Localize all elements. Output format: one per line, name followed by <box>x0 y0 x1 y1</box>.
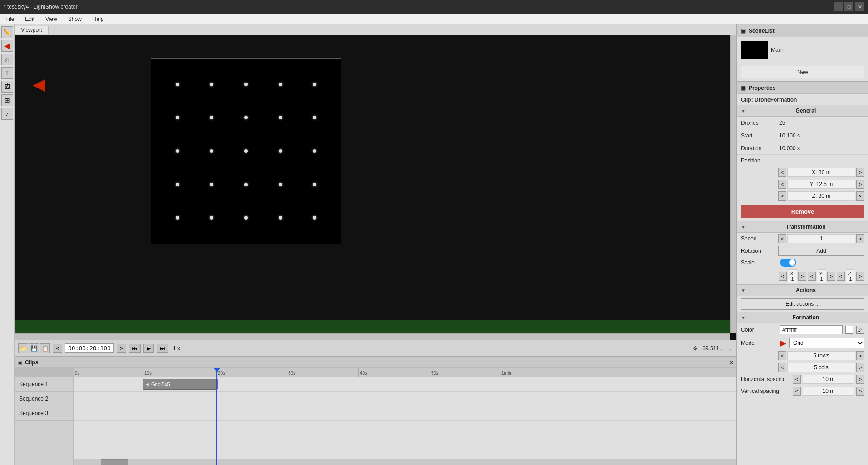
next-frame-button[interactable]: ⏭ <box>157 344 168 353</box>
file-buttons: 📁 💾 📋 <box>18 343 50 353</box>
speed-right-button[interactable]: > <box>856 234 864 243</box>
image-tool-button[interactable]: 🖼 <box>1 81 13 93</box>
drones-row: Drones 25 <box>737 117 868 129</box>
viewport-scrollbar-vertical[interactable] <box>730 35 736 333</box>
new-scene-button[interactable]: New <box>741 66 864 78</box>
scale-z-right-button[interactable]: > <box>856 272 864 281</box>
mode-select[interactable]: Grid Circle Line <box>789 338 864 348</box>
ground-plane <box>15 320 736 333</box>
scene-thumbnail[interactable] <box>741 41 768 59</box>
timeline-rows: ⊞ Grid 5x5 <box>74 377 736 421</box>
transformation-collapse-icon: ▼ <box>741 225 745 230</box>
maximize-button[interactable]: □ <box>844 2 853 11</box>
clips-close-icon[interactable]: ✕ <box>729 359 734 366</box>
h-spacing-right-button[interactable]: > <box>856 375 864 384</box>
start-label: Start <box>741 132 777 139</box>
prev-frame-button[interactable]: ⏮ <box>129 344 141 353</box>
rows-left-button[interactable]: < <box>778 351 786 360</box>
pos-y-left-button[interactable]: < <box>778 180 786 189</box>
drone-dot <box>244 183 248 186</box>
timeline-scrollbar-thumb[interactable] <box>101 459 128 465</box>
speed-left-button[interactable]: < <box>778 234 786 243</box>
ruler-mark-50s: 50s <box>430 368 438 377</box>
h-spacing-left-button[interactable]: < <box>793 375 801 384</box>
color-swatch[interactable] <box>845 326 853 334</box>
rotation-add-button[interactable]: Add <box>778 246 864 256</box>
color-label: Color <box>741 327 777 333</box>
drone-dot <box>210 116 213 119</box>
pos-z-left-button[interactable]: < <box>778 191 786 201</box>
clips-panel: ▣ Clips ✕ Sequence 1 Sequence 2 Sequence… <box>15 356 736 465</box>
menu-help[interactable]: Help <box>89 15 108 23</box>
color-dropper-button[interactable]: 🖊 <box>856 326 864 334</box>
v-spacing-right-button[interactable]: > <box>856 387 864 396</box>
menu-view[interactable]: View <box>42 15 61 23</box>
scale-z-left-button[interactable]: < <box>837 272 845 281</box>
grid-tool-button[interactable]: ⊞ <box>1 94 13 106</box>
timeline-scrollbar[interactable] <box>74 459 736 465</box>
cols-left-button[interactable]: < <box>778 363 786 372</box>
rows-right-button[interactable]: > <box>856 351 864 360</box>
timeline-area[interactable]: 0s 10s 20s 30s 40s 50s 1min <box>74 368 736 465</box>
color-value[interactable]: #ffffffff <box>780 325 843 334</box>
edit-actions-button[interactable]: Edit actions ... <box>741 298 864 310</box>
speed-value: 1 <box>787 234 855 243</box>
copy-button[interactable]: 📋 <box>40 343 50 353</box>
clip-block-grid5x5[interactable]: ⊞ Grid 5x5 <box>143 379 218 390</box>
panel-collapse-icon[interactable]: ▣ <box>17 359 22 366</box>
drone-dot <box>210 216 213 220</box>
scale-x-value: X: 1 <box>788 269 797 283</box>
drone-dot <box>313 216 316 220</box>
viewport-scrollbar-horizontal[interactable] <box>15 333 730 340</box>
open-file-button[interactable]: 📁 <box>18 343 28 353</box>
scale-row: Scale <box>737 257 868 268</box>
transformation-section-header[interactable]: ▼ Transformation <box>737 221 868 233</box>
mode-arrow-icon: ▶ <box>780 338 786 348</box>
menu-edit[interactable]: Edit <box>21 15 38 23</box>
scene-list-title: SceneList <box>749 28 775 34</box>
center-area: Viewport ▶ <box>15 24 736 465</box>
drone-dot <box>279 183 282 186</box>
viewport-tab-bar: Viewport <box>15 24 736 35</box>
formation-section-header[interactable]: ▼ Formation <box>737 312 868 323</box>
scale-toggle[interactable] <box>780 259 796 267</box>
pos-y-right-button[interactable]: > <box>856 180 864 189</box>
text-tool-button[interactable]: T <box>1 67 13 79</box>
menu-show[interactable]: Show <box>64 15 85 23</box>
mode-row: Mode ▶ Grid Circle Line <box>737 336 868 350</box>
pos-x-left-button[interactable]: < <box>778 168 786 177</box>
close-button[interactable]: ✕ <box>855 2 864 11</box>
pos-z-right-button[interactable]: > <box>856 191 864 201</box>
general-collapse-icon: ▼ <box>741 108 745 113</box>
nav-left-button[interactable]: < <box>53 344 62 353</box>
viewport-tab[interactable]: Viewport <box>15 26 49 34</box>
duration-label: Duration <box>741 145 777 152</box>
cols-right-button[interactable]: > <box>856 363 864 372</box>
play-button[interactable]: ▶ <box>143 344 154 353</box>
scale-y-right-button[interactable]: > <box>827 272 835 281</box>
cursor-tool-button[interactable]: ◀ <box>1 40 13 52</box>
actions-section-header[interactable]: ▼ Actions <box>737 284 868 296</box>
timeline-ruler: 0s 10s 20s 30s 40s 50s 1min <box>74 368 736 377</box>
scale-y-value: Y: 1 <box>817 269 826 283</box>
minimize-button[interactable]: ─ <box>834 2 843 11</box>
pos-x-right-button[interactable]: > <box>856 168 864 177</box>
properties-title: Properties <box>749 85 775 91</box>
zoom-level: ⚙ <box>693 345 698 352</box>
general-section-header[interactable]: ▼ General <box>737 105 868 117</box>
star-tool-button[interactable]: ☆ <box>1 54 13 65</box>
scale-x-left-button[interactable]: < <box>779 272 787 281</box>
drone-dot <box>176 216 179 220</box>
pencil-tool-button[interactable]: ✏️ <box>1 26 13 38</box>
music-tool-button[interactable]: ♪ <box>1 108 13 120</box>
menu-file[interactable]: File <box>2 15 18 23</box>
scale-x-right-button[interactable]: > <box>798 272 806 281</box>
scale-y-left-button[interactable]: < <box>808 272 816 281</box>
save-file-button[interactable]: 💾 <box>29 343 39 353</box>
scene-list-icon: ▣ <box>741 28 746 34</box>
nav-right-button[interactable]: > <box>117 344 126 353</box>
sequence-3-label: Sequence 3 <box>15 406 73 421</box>
remove-button[interactable]: Remove <box>741 205 864 218</box>
scene-name: Main <box>771 47 783 53</box>
v-spacing-left-button[interactable]: < <box>793 387 801 396</box>
